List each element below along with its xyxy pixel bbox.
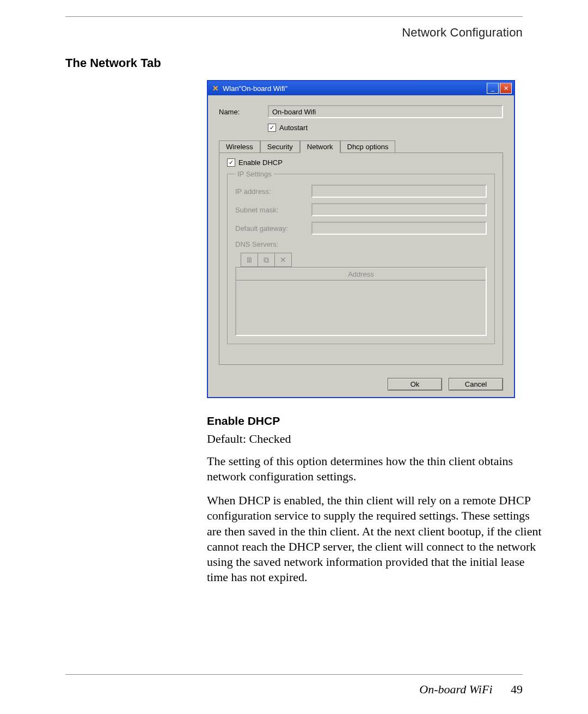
enable-dhcp-checkbox[interactable]: ✓: [227, 158, 235, 167]
name-input-value: On-board Wifi: [272, 108, 316, 116]
ip-address-input[interactable]: [311, 185, 487, 198]
autostart-checkbox[interactable]: ✓: [268, 124, 276, 132]
app-x-icon: ✕: [211, 84, 220, 93]
minimize-button[interactable]: _: [487, 83, 499, 94]
running-head: Network Configuration: [65, 26, 523, 40]
tab-network[interactable]: Network: [300, 141, 340, 153]
check-icon: ✓: [270, 125, 274, 131]
new-file-icon: 🗎: [246, 255, 253, 264]
tab-security[interactable]: Security: [260, 141, 300, 152]
close-button[interactable]: ✕: [500, 83, 512, 94]
subnet-mask-input[interactable]: [311, 203, 487, 216]
dns-new-button[interactable]: 🗎: [241, 253, 258, 267]
close-icon: ✕: [504, 85, 509, 92]
dns-delete-button[interactable]: ✕: [275, 253, 292, 267]
check-icon: ✓: [229, 160, 234, 166]
tab-dhcp-options[interactable]: Dhcp options: [340, 141, 396, 152]
cancel-button[interactable]: Cancel: [449, 378, 503, 390]
window-titlebar[interactable]: ✕ Wlan"On-board Wifi" _ ✕: [208, 81, 514, 95]
wlan-config-window: ✕ Wlan"On-board Wifi" _ ✕ Name: On-board…: [207, 80, 515, 398]
network-tab-panel: ✓ Enable DHCP IP Settings IP address: Su…: [219, 153, 503, 365]
dns-table-body: [236, 280, 486, 335]
paragraph-1: The setting of this option determines ho…: [207, 454, 542, 484]
default-gateway-label: Default gateway:: [235, 224, 311, 233]
ip-settings-legend: IP Settings: [235, 170, 274, 178]
name-input[interactable]: On-board Wifi: [268, 105, 503, 118]
dns-copy-button[interactable]: ⧉: [258, 253, 275, 267]
paragraph-2: When DHCP is enabled, the thin client wi…: [207, 493, 542, 585]
dns-servers-label: DNS Servers:: [235, 240, 487, 248]
window-title: Wlan"On-board Wifi": [223, 84, 487, 93]
page-footer: On-board WiFi 49: [419, 682, 523, 697]
default-value-line: Default: Checked: [207, 432, 542, 446]
dns-table-header: Address: [236, 268, 486, 280]
tab-strip: Wireless Security Network Dhcp options: [219, 139, 503, 153]
default-gateway-input[interactable]: [311, 222, 487, 235]
ip-address-label: IP address:: [235, 187, 311, 196]
enable-dhcp-label: Enable DHCP: [238, 158, 283, 167]
name-label: Name:: [219, 108, 268, 116]
subnet-mask-label: Subnet mask:: [235, 206, 311, 214]
tab-wireless[interactable]: Wireless: [219, 141, 260, 152]
ip-settings-group: IP Settings IP address: Subnet mask: Def…: [227, 170, 495, 344]
delete-x-icon: ✕: [280, 255, 286, 264]
copy-icon: ⧉: [264, 255, 269, 265]
footer-page-number: 49: [511, 682, 523, 696]
section-heading: The Network Tab: [65, 56, 523, 70]
footer-doc-title: On-board WiFi: [419, 682, 492, 696]
enable-dhcp-heading: Enable DHCP: [207, 414, 542, 428]
dns-table[interactable]: Address: [235, 267, 487, 336]
autostart-label: Autostart: [279, 124, 308, 132]
ok-button[interactable]: Ok: [388, 378, 442, 390]
minimize-icon: _: [491, 85, 494, 91]
